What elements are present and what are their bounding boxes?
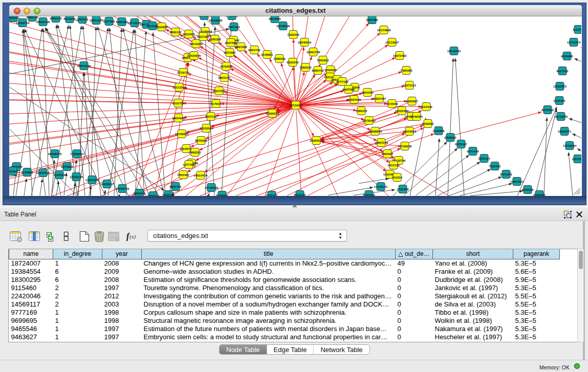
svg-text:1112345: 1112345 [573,28,581,31]
svg-text:9353123: 9353123 [50,17,62,20]
svg-text:17957223: 17957223 [85,179,99,182]
svg-text:16154808: 16154808 [377,29,391,32]
svg-text:9777169: 9777169 [336,80,349,83]
svg-text:9857791: 9857791 [169,185,182,188]
svg-text:(x): (x) [129,233,136,240]
svg-text:1332546: 1332546 [287,33,299,36]
svg-text:9474444: 9474444 [467,150,479,153]
svg-text:1167533: 1167533 [572,158,581,161]
svg-text:19692971: 19692971 [558,130,572,133]
svg-text:8912955: 8912955 [183,33,195,36]
svg-text:7625402: 7625402 [177,173,189,177]
svg-text:3267110: 3267110 [205,115,217,118]
svg-text:3498222: 3498222 [189,151,201,154]
svg-text:8454749: 8454749 [248,49,260,52]
svg-text:1065332: 1065332 [76,18,89,21]
svg-text:1244415: 1244415 [553,99,565,102]
svg-text:8471676: 8471676 [500,173,512,176]
svg-text:3675685: 3675685 [224,51,236,54]
svg-text:1640956: 1640956 [432,129,445,133]
svg-text:5123123: 5123123 [162,193,175,196]
svg-text:10543382: 10543382 [189,42,203,46]
svg-text:10025488: 10025488 [395,110,409,113]
svg-text:10688609: 10688609 [368,130,382,133]
svg-text:14136141: 14136141 [374,185,388,188]
svg-text:9515440: 9515440 [420,105,432,108]
svg-text:1362615: 1362615 [299,66,312,69]
svg-text:9527508: 9527508 [225,41,237,45]
svg-text:8990443: 8990443 [312,69,324,72]
svg-text:417004: 417004 [211,102,222,105]
svg-text:1733426: 1733426 [397,188,409,191]
svg-text:1527602: 1527602 [103,20,115,23]
svg-text:1549564: 1549564 [410,115,423,118]
svg-text:8215953: 8215953 [541,108,554,112]
svg-text:18640910: 18640910 [298,41,312,44]
svg-text:7163822: 7163822 [156,26,168,29]
svg-text:10654112: 10654112 [510,180,524,183]
svg-text:2087682: 2087682 [366,18,378,21]
svg-text:6234001: 6234001 [216,194,228,196]
svg-text:6216049: 6216049 [386,102,398,105]
svg-text:6497568: 6497568 [342,88,355,91]
svg-text:1156889: 1156889 [21,171,33,174]
svg-text:19384554: 19384554 [310,139,323,142]
svg-text:8613074: 8613074 [63,17,76,20]
svg-text:2803144: 2803144 [218,76,230,79]
svg-text:7632621: 7632621 [489,165,501,168]
svg-text:8678352: 8678352 [195,139,207,142]
svg-text:8220345: 8220345 [287,61,299,64]
svg-text:2069140: 2069140 [26,16,38,19]
svg-text:18807249: 18807249 [375,141,388,144]
svg-text:1839214: 1839214 [198,16,210,17]
svg-text:9975867: 9975867 [61,165,73,168]
svg-text:9191919: 9191919 [363,193,375,196]
svg-text:16210643: 16210643 [554,115,568,118]
svg-text:9462218: 9462218 [226,16,238,17]
svg-text:8813054: 8813054 [269,17,281,20]
svg-text:8186328: 8186328 [209,38,221,41]
svg-text:1615132: 1615132 [387,164,400,167]
svg-text:15716485: 15716485 [205,186,219,189]
svg-text:8427552: 8427552 [213,90,225,93]
svg-text:9227342: 9227342 [556,70,569,73]
svg-text:18724007: 18724007 [289,104,303,107]
svg-text:10973493: 10973493 [393,54,407,57]
svg-text:8101010: 8101010 [294,193,306,196]
svg-text:7485063: 7485063 [400,69,412,72]
svg-text:12213369: 12213369 [172,86,186,89]
svg-text:2935114: 2935114 [478,157,490,160]
svg-text:9463627: 9463627 [406,100,418,103]
svg-text:252254: 252254 [392,176,403,179]
svg-text:15300215: 15300215 [266,112,279,115]
svg-text:9358923: 9358923 [444,136,456,139]
svg-text:1588520: 1588520 [273,57,286,60]
svg-text:16961758: 16961758 [307,51,320,54]
svg-text:6379197: 6379197 [455,143,467,146]
svg-text:1277456: 1277456 [183,163,195,166]
svg-text:16033809: 16033809 [209,19,223,22]
svg-text:9245052: 9245052 [521,188,534,191]
svg-text:19166825: 19166825 [175,133,189,136]
svg-text:7955812: 7955812 [317,59,329,62]
svg-text:15751074: 15751074 [567,41,581,44]
svg-text:16648784: 16648784 [447,50,461,53]
svg-text:2867608: 2867608 [235,46,247,49]
svg-text:1292346: 1292346 [133,192,145,195]
svg-text:16782759: 16782759 [116,187,129,190]
svg-text:10807487: 10807487 [373,97,386,100]
svg-text:9639695: 9639695 [422,122,434,125]
svg-text:12975115: 12975115 [403,84,417,87]
svg-text:3915941: 3915941 [9,170,19,173]
svg-text:8660123: 8660123 [169,31,182,34]
svg-text:10653267: 10653267 [90,19,103,22]
svg-text:6966160: 6966160 [116,20,128,24]
svg-text:14055724: 14055724 [16,21,30,25]
svg-text:6794028: 6794028 [324,69,337,72]
svg-text:12353594: 12353594 [200,127,213,130]
svg-text:20206576: 20206576 [48,152,62,156]
svg-text:9242848: 9242848 [220,65,232,68]
svg-text:9684067: 9684067 [381,152,394,156]
svg-text:9329966: 9329966 [561,55,573,58]
svg-text:2718176: 2718176 [177,71,189,74]
